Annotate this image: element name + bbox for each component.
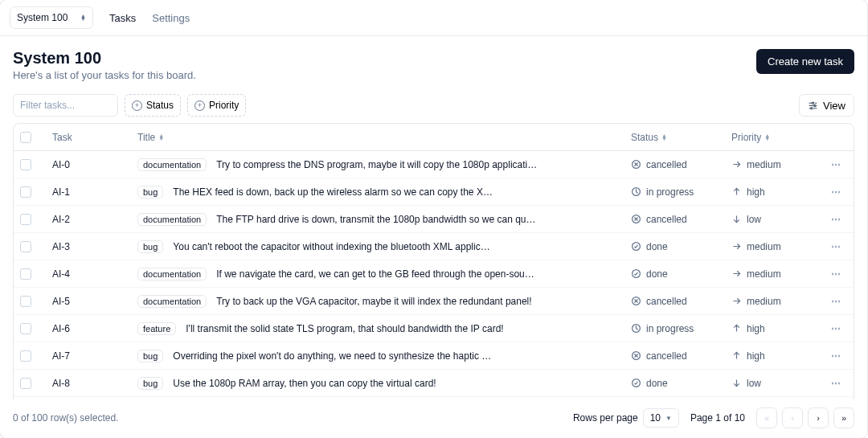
arrow-right-icon <box>731 159 742 170</box>
status-text: cancelled <box>646 350 687 362</box>
row-checkbox[interactable] <box>20 378 31 389</box>
sliders-icon <box>808 100 818 111</box>
row-checkbox[interactable] <box>20 159 31 170</box>
row-actions-button[interactable]: ⋯ <box>826 378 845 389</box>
filter-input[interactable] <box>13 94 118 117</box>
chevron-down-icon: ▼ <box>665 415 672 422</box>
svg-point-0 <box>812 102 813 104</box>
task-title: The FTP hard drive is down, transmit the… <box>216 214 535 225</box>
progress-icon <box>631 323 641 334</box>
task-title-cell: documentationTry to compress the DNS pro… <box>131 158 624 171</box>
priority-text: medium <box>747 296 781 307</box>
page-last-button[interactable]: » <box>833 407 854 428</box>
task-id: AI-1 <box>46 186 131 198</box>
row-actions-button[interactable]: ⋯ <box>826 186 845 198</box>
priority-text: low <box>747 214 761 225</box>
cancelled-icon <box>631 350 641 361</box>
rows-select[interactable]: 10 ▼ <box>643 408 679 428</box>
table-header: Task Title ▲▼ Status ▲▼ Priority ▲▼ <box>14 124 854 151</box>
task-id: AI-2 <box>46 214 131 225</box>
task-priority: low <box>725 214 820 225</box>
task-title-cell: documentationThe FTP hard drive is down,… <box>131 213 624 226</box>
selection-text: 0 of 100 row(s) selected. <box>13 412 118 424</box>
page-subtitle: Here's a list of your tasks for this boa… <box>13 69 196 81</box>
row-checkbox[interactable] <box>20 268 31 280</box>
row-actions-button[interactable]: ⋯ <box>826 350 845 362</box>
row-actions-button[interactable]: ⋯ <box>826 323 845 334</box>
priority-text: high <box>747 323 765 334</box>
task-title: Try to back up the VGA capacitor, maybe … <box>216 296 531 307</box>
task-priority: high <box>725 186 820 198</box>
col-status[interactable]: Status ▲▼ <box>624 132 725 143</box>
task-title-cell: documentationIf we navigate the card, we… <box>131 268 624 280</box>
task-tag: documentation <box>137 213 207 226</box>
table-container: Task Title ▲▼ Status ▲▼ Priority ▲▼ AI-0… <box>0 123 867 399</box>
rows-per-page: Rows per page 10 ▼ <box>573 408 679 428</box>
task-id: AI-3 <box>46 241 131 252</box>
status-text: cancelled <box>646 296 687 307</box>
task-priority: medium <box>725 268 820 280</box>
task-status: cancelled <box>624 296 725 307</box>
table-row: AI-7bugOverriding the pixel won't do any… <box>14 342 854 370</box>
page-prev-button[interactable]: ‹ <box>782 407 803 428</box>
select-all-checkbox[interactable] <box>20 132 31 143</box>
row-actions-button[interactable]: ⋯ <box>826 159 845 170</box>
task-status: in progress <box>624 186 725 198</box>
create-task-button[interactable]: Create new task <box>756 49 854 74</box>
view-button[interactable]: View <box>799 94 854 117</box>
task-title: You can't reboot the capacitor without i… <box>173 241 489 252</box>
page-next-button[interactable]: › <box>808 407 829 428</box>
nav-tasks[interactable]: Tasks <box>109 12 136 24</box>
status-text: cancelled <box>646 159 687 170</box>
table-row: AI-3bugYou can't reboot the capacitor wi… <box>14 233 854 260</box>
nav-settings[interactable]: Settings <box>152 12 190 24</box>
row-checkbox[interactable] <box>20 296 31 307</box>
topbar: System 100 ▲▼ Tasks Settings <box>0 0 867 36</box>
status-text: cancelled <box>646 214 687 225</box>
task-tag: bug <box>137 377 163 390</box>
row-checkbox[interactable] <box>20 350 31 362</box>
row-checkbox[interactable] <box>20 241 31 252</box>
status-filter-button[interactable]: + Status <box>125 94 181 117</box>
page-info: Page 1 of 10 <box>690 412 745 424</box>
status-text: done <box>646 241 668 252</box>
table-row: AI-0documentationTry to compress the DNS… <box>14 151 854 178</box>
row-actions-button[interactable]: ⋯ <box>826 241 845 252</box>
table-row: AI-1bugThe HEX feed is down, back up the… <box>14 178 854 206</box>
priority-text: medium <box>747 268 781 280</box>
task-status: in progress <box>624 323 725 334</box>
done-icon <box>631 378 641 388</box>
col-task[interactable]: Task <box>46 132 131 143</box>
col-priority[interactable]: Priority ▲▼ <box>725 132 820 143</box>
col-title[interactable]: Title ▲▼ <box>131 132 624 143</box>
arrow-right-icon <box>731 268 742 279</box>
header-text: System 100 Here's a list of your tasks f… <box>13 49 196 81</box>
col-status-label: Status <box>631 132 658 143</box>
status-text: in progress <box>646 323 694 334</box>
row-checkbox[interactable] <box>20 214 31 225</box>
workspace-selected: System 100 <box>17 12 68 23</box>
row-actions-button[interactable]: ⋯ <box>826 296 845 307</box>
row-checkbox[interactable] <box>20 323 31 334</box>
task-priority: low <box>725 378 820 389</box>
arrow-down-icon <box>731 378 742 388</box>
task-tag: documentation <box>137 268 207 280</box>
status-text: done <box>646 268 668 280</box>
workspace-selector[interactable]: System 100 ▲▼ <box>10 6 93 29</box>
task-title-cell: featureI'll transmit the solid state TLS… <box>131 322 624 335</box>
page-first-button[interactable]: « <box>756 407 777 428</box>
cancelled-icon <box>631 214 641 224</box>
table-body: AI-0documentationTry to compress the DNS… <box>14 151 854 399</box>
row-checkbox[interactable] <box>20 186 31 198</box>
chevron-updown-icon: ▲▼ <box>80 14 86 21</box>
task-tag: bug <box>137 350 163 362</box>
svg-point-2 <box>811 107 813 108</box>
row-actions-button[interactable]: ⋯ <box>826 268 845 280</box>
task-title-cell: bugThe HEX feed is down, back up the wir… <box>131 186 624 199</box>
priority-text: low <box>747 378 761 389</box>
arrow-right-icon <box>731 241 742 252</box>
task-priority: high <box>725 323 820 334</box>
priority-filter-button[interactable]: + Priority <box>187 94 246 117</box>
arrow-up-icon <box>731 186 742 197</box>
row-actions-button[interactable]: ⋯ <box>826 214 845 225</box>
